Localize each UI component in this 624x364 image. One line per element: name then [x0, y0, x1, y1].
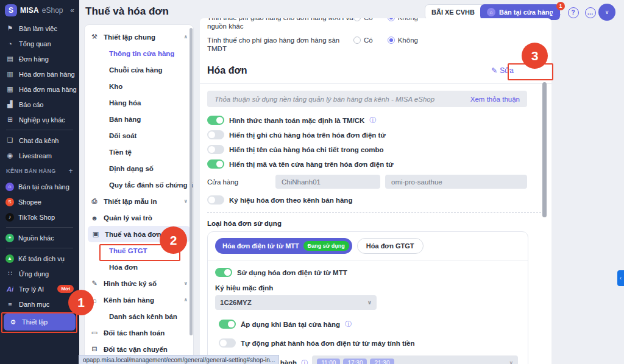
- user-avatar[interactable]: ∨: [598, 4, 615, 21]
- select-value: 1C26MYZ: [220, 299, 252, 306]
- row-label: Tính thuế phí giao hàng cho đơn hàng MXH…: [207, 18, 353, 30]
- menu-thiet-lap-chung[interactable]: ⚒Thiết lập chung∧: [85, 29, 193, 45]
- tab-mtt-invoice[interactable]: Hóa đơn điện tử từ MTT Đang sử dụng: [215, 238, 352, 254]
- menu-thong-tin-cua-hang[interactable]: Thông tin cửa hàng: [85, 45, 193, 61]
- toggle-off[interactable]: [207, 195, 224, 205]
- logo-row: S MISAeShop «: [0, 0, 79, 21]
- collapse-sidebar-icon[interactable]: «: [70, 6, 74, 15]
- toggle-off[interactable]: [207, 145, 224, 154]
- live-icon: ◉: [5, 152, 15, 159]
- menu-hoa-don[interactable]: Hóa đơn: [85, 259, 193, 275]
- help-icon[interactable]: ?: [567, 7, 579, 18]
- tax-icon: ▣: [91, 230, 100, 238]
- menu-dinh-dang-so[interactable]: Định dạng số: [85, 160, 193, 177]
- radio-label: Không: [398, 18, 418, 21]
- sidebar-item-hoa-don-mua-hang[interactable]: ▦Hóa đơn mua hàng: [0, 82, 79, 97]
- sidebar-item-ke-toan-dich-vu[interactable]: ▲Kế toán dịch vụ: [0, 251, 79, 266]
- menu-quan-ly-vai-tro[interactable]: ☻Quản lý vai trò: [85, 209, 193, 226]
- menu-ban-hang[interactable]: Bán hàng: [85, 111, 193, 127]
- info-icon[interactable]: ⓘ: [301, 359, 308, 364]
- tab-gtgt-invoice[interactable]: Hóa đơn GTGT: [357, 238, 424, 254]
- toggle-default-payment: Hình thức thanh toán mặc định là TM/CK ⓘ: [207, 116, 544, 125]
- sidebar-item-don-hang[interactable]: ▤Đơn hàng: [0, 51, 79, 66]
- toggle-off[interactable]: [219, 338, 236, 348]
- radio-icon: [353, 37, 361, 44]
- radio-option-yes[interactable]: Có: [353, 18, 373, 21]
- timeframe-select[interactable]: 11:00 17:30 21:30 ∨: [312, 355, 518, 364]
- radio-option-yes[interactable]: Có: [353, 37, 373, 44]
- menu-hinh-thuc-ky-so[interactable]: ✎Hình thức ký số∨: [85, 275, 193, 292]
- chevron-down-icon: ∨: [184, 281, 188, 286]
- sidebar-item-hoa-don-ban-hang[interactable]: ▥Hóa đơn bán hàng: [0, 66, 79, 82]
- default-symbol-label: Ký hiệu mặc định: [215, 284, 520, 292]
- menu-quy-tac-danh-so[interactable]: Quy tắc đánh số chứng từ: [85, 177, 193, 193]
- sidebar-item-danh-muc[interactable]: ≡Danh mục: [0, 296, 79, 312]
- menu-label: Thông tin cửa hàng: [109, 50, 174, 57]
- menu-hang-hoa[interactable]: Hàng hóa: [85, 94, 193, 111]
- store-code-input[interactable]: ChiNhanh01: [275, 175, 380, 189]
- annotation-step-1: 1: [68, 290, 94, 315]
- radio-label: Không: [398, 37, 418, 44]
- menu-label: Đối tác thanh toán: [104, 329, 165, 337]
- report-chart-icon: ▟: [5, 100, 15, 108]
- menu-danh-sach-kenh-ban[interactable]: Danh sách kênh bán: [85, 308, 193, 324]
- sidebar-item-livestream[interactable]: ◉Livestream: [0, 148, 79, 163]
- toggle-auto-issue: Tự động phát hành hóa đơn điện tử từ máy…: [219, 338, 520, 348]
- menu-thiet-lap-mau-in[interactable]: ⎙Thiết lập mẫu in∨: [85, 193, 193, 209]
- notification-count-badge: 1: [556, 2, 565, 10]
- sidebar-item-label: Bán tại cửa hàng: [18, 183, 69, 191]
- sidebar-item-tiktok-shop[interactable]: ♪TikTok Shop: [0, 209, 79, 225]
- status-url: opapp.misa.local/management/ecom/general…: [83, 357, 275, 363]
- store-row: Cửa hàng ChiNhanh01 omi-pro-sauthue: [207, 175, 544, 189]
- main-scrollbar[interactable]: [542, 82, 547, 217]
- settings-menu-scrollbar[interactable]: [190, 28, 193, 335]
- toggle-on[interactable]: [219, 320, 236, 329]
- sell-at-store-label: Bán tại cửa hàng: [499, 9, 553, 16]
- toggle-on[interactable]: [207, 116, 224, 125]
- menu-kenh-ban-hang[interactable]: ⌂Kênh bán hàng∧: [85, 292, 193, 308]
- sidebar-item-label: Hóa đơn mua hàng: [19, 86, 77, 93]
- info-icon[interactable]: ⓘ: [369, 116, 376, 125]
- menu-label: Định dạng số: [109, 165, 154, 172]
- feather-icon: ✎: [90, 279, 99, 287]
- toggle-show-combo-detail: Hiển thị tên của hàng hóa chi tiết trong…: [207, 145, 544, 154]
- annotation-box-thiet-lap: [1, 312, 77, 333]
- sidebar-item-nghiep-vu-khac[interactable]: ⊞Nghiệp vụ khác: [0, 112, 79, 127]
- sidebar-item-chat-da-kenh[interactable]: ❏Chat đa kênh: [0, 133, 79, 148]
- sidebar-item-ung-dung[interactable]: ∷Ứng dụng: [0, 266, 79, 281]
- toggle-label: Ký hiệu hóa đơn theo kênh bán hàng: [229, 197, 352, 204]
- sidebar-item-nguon-khac[interactable]: ✦Nguồn khác: [0, 230, 79, 245]
- menu-tien-te[interactable]: Tiền tệ: [85, 144, 193, 160]
- menu-label: Danh sách kênh bán: [109, 313, 177, 320]
- radio-option-no[interactable]: Không: [388, 37, 418, 44]
- sidebar-item-shopee[interactable]: SShopee: [0, 194, 79, 209]
- sidebar-item-ban-lam-viec[interactable]: ⚑Bàn làm việc: [0, 21, 79, 36]
- collapse-panel-tab[interactable]: ‹: [617, 270, 624, 286]
- toggle-on[interactable]: [215, 268, 232, 277]
- default-symbol-select[interactable]: 1C26MYZ ∨: [215, 295, 377, 310]
- tax-shipping-tmdt-row: Tính thuế cho phí giao hàng đơn hàng sàn…: [207, 36, 544, 53]
- branch-selector-value: BÃI XE CVHB: [431, 9, 475, 16]
- new-badge: Mới: [57, 285, 74, 293]
- menu-doi-soat[interactable]: Đối soát: [85, 127, 193, 144]
- toggle-off[interactable]: [207, 130, 224, 139]
- toggle-on[interactable]: [207, 159, 224, 169]
- add-channel-icon[interactable]: +: [69, 167, 73, 175]
- info-icon[interactable]: ⓘ: [345, 320, 352, 329]
- toggle-label: Hình thức thanh toán mặc định là TM/CK: [229, 117, 364, 124]
- main-content-card: Tính thuế phí giao hàng cho đơn hàng MXH…: [200, 18, 551, 364]
- store-label: Cửa hàng: [207, 178, 275, 186]
- toggle-show-note: Hiển thị ghi chú hàng hóa trên hóa đơn đ…: [207, 130, 544, 139]
- menu-chuoi-cua-hang[interactable]: Chuỗi cửa hàng: [85, 61, 193, 78]
- menu-kho[interactable]: Kho: [85, 78, 193, 94]
- sidebar-item-ban-tai-cua-hang[interactable]: ⌂Bán tại cửa hàng: [0, 179, 79, 194]
- view-agreement-link[interactable]: Xem thỏa thuận: [470, 96, 520, 103]
- radio-option-no[interactable]: Không: [388, 18, 418, 21]
- sidebar-item-bao-cao[interactable]: ▟Báo cáo: [0, 97, 79, 112]
- store-slug-input[interactable]: omi-pro-sauthue: [385, 175, 527, 189]
- menu-doi-tac-thanh-toan[interactable]: ▭Đối tác thanh toán: [85, 324, 193, 341]
- brand-name: MISA: [20, 6, 39, 15]
- sidebar-item-tong-quan[interactable]: ◔Tổng quan: [0, 36, 79, 51]
- more-options-icon[interactable]: …: [584, 7, 596, 18]
- sidebar-item-tro-ly-ai[interactable]: AiTrợ lý AIMới: [0, 281, 79, 296]
